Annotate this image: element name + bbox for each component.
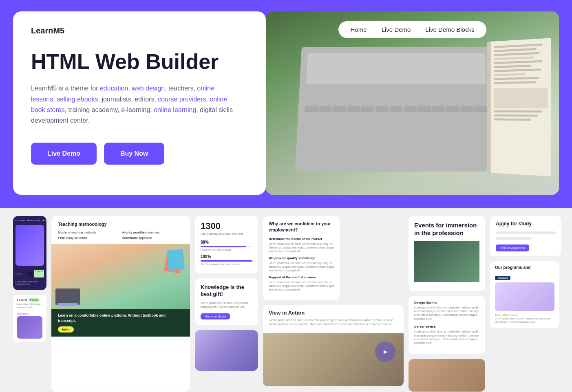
view-in-action-card: View in Action Lorem ipsum dolor sit ame… xyxy=(263,305,404,386)
programs-card: Our programs and Standard from 15$ lesso… xyxy=(490,261,559,328)
knowledge-text: Lorem ipsum dolor sit amet, consectetur … xyxy=(201,301,252,308)
hero-background-image xyxy=(266,11,559,195)
nav-bar: Home Live Demo Live Demo Blocks xyxy=(338,21,487,38)
logo: LearnM5 xyxy=(31,26,248,35)
career-advice-section: Career advice Lorem ipsum dolor sit amet… xyxy=(414,325,479,345)
view-in-action-text: Lorem ipsum dolor sit amet, consectetur … xyxy=(269,318,398,327)
view-in-action-image: ▶ xyxy=(263,333,404,386)
knowledge-card: Knowledge is the best gift! Lorem ipsum … xyxy=(195,278,258,325)
level-card: Level 3 8 weeks Lorem ipsum dolor amet c… xyxy=(13,295,46,342)
apply-name-field xyxy=(496,231,556,234)
method-4: Individual approach xyxy=(122,236,183,240)
price-label: from 15$ lesson xyxy=(495,313,554,317)
buy-now-button[interactable]: Buy Now xyxy=(104,143,164,165)
methodology-image xyxy=(51,244,190,309)
teaching-methodology-title: Teaching methodology xyxy=(58,222,183,227)
col-1: Contacts Testimonials Help › Level 3 ⟳ 8… xyxy=(13,216,46,392)
stats-card: 1300 Users already employed this year 88… xyxy=(195,216,258,273)
why-section-3: Support at the start of a career Lorem i… xyxy=(269,275,334,291)
method-3: Free study schedule xyxy=(58,236,119,240)
laptop-scene xyxy=(266,11,559,195)
dark-nav-card: Contacts Testimonials Help › Level 3 ⟳ 8… xyxy=(13,216,46,290)
stats-subtitle: Users already employed this year xyxy=(201,232,252,235)
hero-section: LearnM5 HTML Web Builder LearnM5 is a th… xyxy=(0,0,572,208)
design-sprints-card: Design Sprints Lorem ipsum dolor sit ame… xyxy=(409,296,485,354)
col-4: Why are we confident in your employment?… xyxy=(263,216,404,392)
give-certificate-button[interactable]: Give a certificate xyxy=(201,313,230,319)
small-image-card xyxy=(409,359,485,392)
events-card: Events for immersion in the profession xyxy=(409,216,485,291)
book xyxy=(487,38,551,176)
design-sprints-section: Design Sprints Lorem ipsum dolor sit ame… xyxy=(414,301,479,321)
nav-live-demo-blocks[interactable]: Live Demo Blocks xyxy=(425,26,474,33)
inline-image-card xyxy=(195,330,258,371)
level-badge: 8 weeks xyxy=(29,298,40,302)
method-1: Modern teaching methods xyxy=(58,231,119,234)
col-6: Apply for study Send an application Our … xyxy=(490,216,561,392)
stats-number: 1300 xyxy=(201,221,252,231)
standard-badge: Standard xyxy=(495,276,510,280)
program-preview-image xyxy=(495,282,554,311)
send-application-button[interactable]: Send an application xyxy=(496,244,529,251)
laptop-body xyxy=(295,47,497,172)
why-confident-card: Why are we confident in your employment?… xyxy=(263,216,340,300)
view-in-action-title: View in Action xyxy=(269,310,398,316)
events-image xyxy=(414,241,479,282)
col-3: 1300 Users already employed this year 88… xyxy=(195,216,258,392)
hero-description: LearnM5 is a theme for education, web de… xyxy=(31,83,235,126)
stat-bar-88 xyxy=(201,246,246,247)
why-section-2: We provide quality knowledge Lorem ipsum… xyxy=(269,256,334,272)
col-5: Events for immersion in the profession D… xyxy=(409,216,485,392)
why-confident-title: Why are we confident in your employment? xyxy=(269,221,334,233)
hero-buttons: Live Demo Buy Now xyxy=(31,143,248,165)
stat-100: 100% Join the company after an internshi… xyxy=(201,254,252,265)
apply-phone-field xyxy=(496,237,556,240)
level-image xyxy=(17,316,42,339)
teaching-methodology-card: Teaching methodology Modern teaching met… xyxy=(51,216,190,392)
programs-title: Our programs and xyxy=(495,265,554,270)
dark-card-image xyxy=(15,225,44,266)
teaching-methods-grid: Modern teaching methods Highly qualified… xyxy=(58,231,183,240)
why-section-1: Determine the needs of the market Lorem … xyxy=(269,237,334,253)
apply-study-title: Apply for study xyxy=(496,221,556,227)
stat-bar-100 xyxy=(201,260,252,262)
events-title: Events for immersion in the profession xyxy=(414,222,479,237)
nav-home[interactable]: Home xyxy=(351,26,367,33)
knowledge-title: Knowledge is the best gift! xyxy=(201,284,252,298)
method-2: Highly qualified teachers xyxy=(122,231,183,234)
bottom-preview-section: Contacts Testimonials Help › Level 3 ⟳ 8… xyxy=(0,208,572,392)
hero-title: HTML Web Builder xyxy=(31,50,248,73)
price-value: 15$ xyxy=(502,313,508,317)
live-demo-button[interactable]: Live Demo xyxy=(31,143,97,165)
hero-image-area: Home Live Demo Live Demo Blocks xyxy=(266,11,559,195)
hero-card: LearnM5 HTML Web Builder LearnM5 is a th… xyxy=(13,11,266,195)
nav-live-demo[interactable]: Live Demo xyxy=(382,26,411,33)
platform-text: Learn on a comfortable online platform. … xyxy=(58,313,183,323)
read-more-link[interactable]: Read more » xyxy=(17,313,30,315)
apply-study-card: Apply for study Send an application xyxy=(490,216,561,256)
level-text: Lorem ipsum dolor amet consectetur ellt. xyxy=(17,303,42,309)
online-platform-card: Learn on a comfortable online platform. … xyxy=(51,309,190,337)
level-label: Level 3 xyxy=(17,299,27,302)
stat-88: 88% Learn find jobs after training xyxy=(201,240,252,251)
hello-badge: hello xyxy=(58,326,74,333)
